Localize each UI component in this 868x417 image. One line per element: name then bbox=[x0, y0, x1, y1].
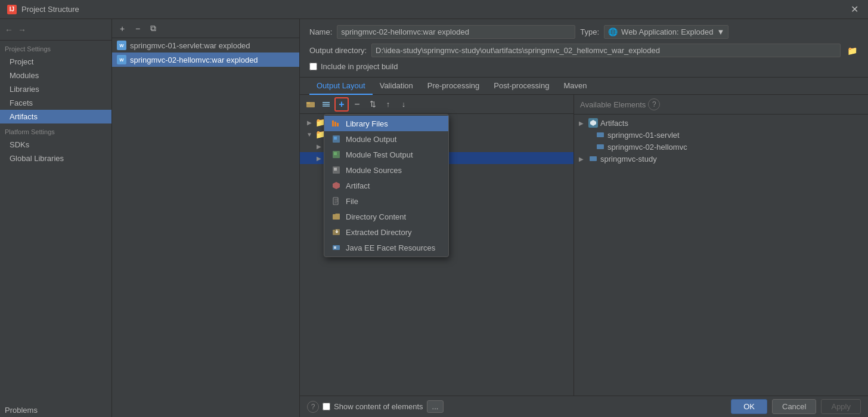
dropdown-item-artifact[interactable]: Artifact bbox=[324, 178, 448, 193]
apply-button[interactable]: Apply bbox=[821, 399, 861, 414]
show-content-row: ? Show content of elements ... bbox=[307, 400, 726, 413]
remove-element-button[interactable]: − bbox=[350, 97, 364, 112]
move-down-button[interactable]: ↓ bbox=[396, 97, 411, 112]
dropdown-item-library-files[interactable]: Library Files bbox=[324, 116, 448, 131]
nav-forward[interactable]: → bbox=[18, 25, 26, 35]
dropdown-item-module-test-output[interactable]: Module Test Output bbox=[324, 147, 448, 162]
add-artifact-button[interactable]: + bbox=[116, 22, 129, 35]
tab-post-processing[interactable]: Post-processing bbox=[486, 78, 556, 95]
expand-arrow-icon: ▶ bbox=[315, 155, 323, 162]
expand-arrow-icon: ▶ bbox=[579, 156, 586, 162]
dropdown-item-extracted-directory[interactable]: Extracted Directory bbox=[324, 224, 448, 240]
output-dir-input[interactable] bbox=[371, 44, 841, 57]
svg-rect-9 bbox=[334, 137, 337, 140]
svg-rect-25 bbox=[590, 156, 597, 161]
sidebar-item-artifacts[interactable]: Artifacts bbox=[0, 110, 111, 123]
bottom-help-button[interactable]: ? bbox=[307, 401, 319, 413]
java-ee-icon bbox=[331, 243, 341, 252]
avail-item-label: springmvc-study bbox=[600, 155, 657, 163]
module-output-icon bbox=[331, 134, 341, 144]
tab-validation[interactable]: Validation bbox=[373, 78, 420, 95]
main-layout: ← → Project Settings Project Modules Lib… bbox=[0, 19, 868, 417]
dots-button[interactable]: ... bbox=[427, 400, 444, 413]
dropdown-item-label: File bbox=[346, 197, 358, 206]
cancel-button[interactable]: Cancel bbox=[772, 399, 816, 414]
output-dir-row: Output directory: 📁 bbox=[309, 44, 858, 57]
project-settings-label: Project Settings bbox=[0, 41, 111, 55]
artifact-item-war1[interactable]: w springmvc-01-servlet:war exploded bbox=[112, 38, 299, 52]
content-area: + − ⧉ w springmvc-01-servlet:war explode… bbox=[112, 19, 868, 417]
type-select[interactable]: 🌐 Web Application: Exploded ▼ bbox=[604, 25, 728, 39]
sidebar-item-global-libraries[interactable]: Global Libraries bbox=[0, 152, 111, 165]
svg-rect-6 bbox=[334, 122, 336, 126]
svg-rect-13 bbox=[334, 168, 337, 171]
browse-dir-button[interactable]: 📁 bbox=[845, 44, 858, 57]
close-button[interactable]: ✕ bbox=[848, 4, 861, 15]
sidebar-item-label: Facets bbox=[10, 98, 33, 107]
copy-artifact-button[interactable]: ⧉ bbox=[147, 22, 160, 35]
module-icon bbox=[588, 154, 598, 163]
sidebar-item-libraries[interactable]: Libraries bbox=[0, 82, 111, 96]
dropdown-item-label: Extracted Directory bbox=[346, 228, 412, 237]
avail-item-springmvc02[interactable]: springmvc-02-hellomvc bbox=[574, 141, 868, 153]
artifact-item-war2[interactable]: w springmvc-02-hellomvc:war exploded bbox=[112, 52, 299, 67]
sidebar-item-project[interactable]: Project bbox=[0, 55, 111, 69]
tab-output-layout[interactable]: Output Layout bbox=[309, 78, 373, 95]
sidebar-item-sdks[interactable]: SDKs bbox=[0, 138, 111, 152]
svg-rect-7 bbox=[337, 123, 339, 126]
avail-item-springmvc01[interactable]: springmvc-01-servlet bbox=[574, 129, 868, 141]
svg-rect-2 bbox=[323, 102, 330, 103]
sidebar-item-label: SDKs bbox=[10, 140, 29, 149]
dropdown-item-file[interactable]: File bbox=[324, 193, 448, 209]
add-element-button[interactable]: + bbox=[334, 97, 349, 112]
show-content-checkbox[interactable] bbox=[323, 403, 330, 410]
extracted-directory-icon bbox=[331, 227, 341, 237]
layout-button[interactable] bbox=[319, 97, 333, 112]
remove-artifact-button[interactable]: − bbox=[131, 22, 144, 35]
sidebar-nav: ← → bbox=[0, 19, 111, 41]
name-input[interactable] bbox=[337, 25, 575, 39]
title-bar: IJ Project Structure ✕ bbox=[0, 0, 868, 19]
help-button[interactable]: ? bbox=[648, 98, 660, 110]
dropdown-item-java-ee-facet[interactable]: Java EE Facet Resources bbox=[324, 240, 448, 255]
war-icon: w bbox=[117, 41, 126, 50]
war-icon: w bbox=[117, 55, 126, 64]
sort-button[interactable]: ⇅ bbox=[365, 97, 380, 112]
dropdown-menu: Library Files Module Output bbox=[324, 114, 449, 257]
svg-marker-14 bbox=[333, 182, 340, 189]
tree-panel: + − ⇅ ↑ ↓ ▶ 📁 <out> bbox=[300, 95, 574, 396]
dropdown-item-module-output[interactable]: Module Output bbox=[324, 131, 448, 147]
file-icon bbox=[331, 196, 341, 206]
available-elements-header: Available Elements ? bbox=[574, 95, 868, 115]
sidebar-item-label: Libraries bbox=[10, 85, 39, 94]
module-icon bbox=[596, 142, 605, 152]
avail-item-artifacts[interactable]: ▶ Artifacts bbox=[574, 117, 868, 129]
new-folder-button[interactable] bbox=[303, 97, 318, 112]
sidebar-item-facets[interactable]: Facets bbox=[0, 96, 111, 110]
dropdown-item-label: Directory Content bbox=[346, 212, 406, 221]
available-elements-panel: Available Elements ? ▶ bbox=[574, 95, 868, 396]
dropdown-item-directory-content[interactable]: Directory Content bbox=[324, 209, 448, 224]
include-in-build-checkbox[interactable] bbox=[309, 63, 317, 70]
ok-button[interactable]: OK bbox=[731, 399, 767, 414]
svg-rect-1 bbox=[306, 102, 310, 104]
dropdown-item-label: Artifact bbox=[346, 181, 370, 190]
tab-pre-processing[interactable]: Pre-processing bbox=[420, 78, 486, 95]
app-icon: IJ bbox=[7, 5, 17, 14]
artifact-name: springmvc-02-hellomvc:war exploded bbox=[130, 55, 258, 64]
sidebar-item-label: Project bbox=[10, 57, 33, 66]
module-test-output-icon bbox=[331, 150, 341, 159]
avail-item-springmvc-study[interactable]: ▶ springmvc-study bbox=[574, 153, 868, 165]
svg-rect-21 bbox=[334, 246, 336, 249]
dropdown-arrow-icon: ▼ bbox=[717, 27, 725, 36]
dropdown-item-module-sources[interactable]: Module Sources bbox=[324, 162, 448, 178]
library-files-icon bbox=[331, 119, 341, 128]
artifacts-toolbar: + − ⧉ bbox=[112, 19, 299, 38]
nav-back[interactable]: ← bbox=[5, 25, 13, 35]
tab-maven[interactable]: Maven bbox=[556, 78, 594, 95]
move-up-button[interactable]: ↑ bbox=[381, 97, 395, 112]
sidebar-item-modules[interactable]: Modules bbox=[0, 69, 111, 82]
sidebar-item-problems[interactable]: Problems bbox=[0, 403, 111, 417]
expand-arrow-icon: ▶ bbox=[579, 120, 586, 126]
avail-item-label: springmvc-02-hellomvc bbox=[607, 143, 687, 152]
